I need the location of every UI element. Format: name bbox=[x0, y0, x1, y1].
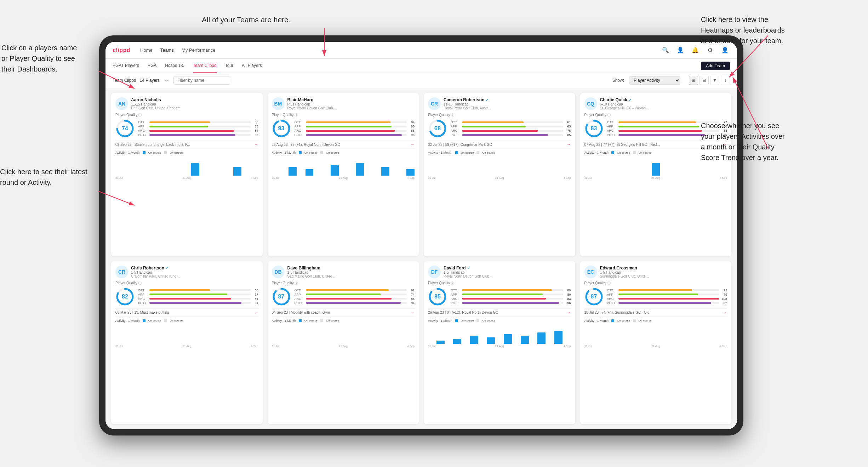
tab-tour[interactable]: Tour bbox=[225, 59, 233, 73]
quality-circle[interactable]: 68 bbox=[428, 119, 447, 138]
quality-number[interactable]: 85 bbox=[434, 294, 441, 300]
nav-items: Home Teams My Performance bbox=[140, 47, 651, 53]
quality-section[interactable]: 85 OTT 89 APP 80 ARG 83 bbox=[428, 287, 571, 306]
chart-bar bbox=[348, 175, 356, 176]
grid-view-button[interactable]: ⊞ bbox=[689, 76, 698, 85]
date-end: 4 Sep bbox=[407, 176, 415, 180]
stat-row: APP 58 bbox=[138, 125, 258, 128]
date-mid: 21 Aug bbox=[183, 344, 192, 348]
nav-home[interactable]: Home bbox=[140, 47, 153, 53]
player-location: Royal Perth Golf Club, Australia bbox=[444, 106, 493, 110]
stat-value: 85 bbox=[565, 133, 571, 137]
quality-number[interactable]: 93 bbox=[278, 125, 285, 132]
chart-bar bbox=[563, 175, 571, 176]
round-arrow[interactable]: → bbox=[410, 310, 415, 315]
quality-section[interactable]: 68 OTT 61 APP 63 ARG 75 bbox=[428, 119, 571, 138]
quality-section[interactable]: 93 OTT 84 APP 85 ARG 88 bbox=[272, 119, 415, 138]
stat-value: 92 bbox=[721, 301, 727, 305]
add-team-button[interactable]: Add Team bbox=[701, 62, 730, 70]
stat-bar-bg bbox=[618, 294, 720, 295]
settings-icon[interactable]: ⚙ bbox=[705, 45, 715, 55]
profile-icon[interactable]: 👤 bbox=[675, 45, 685, 55]
player-name[interactable]: Aaron Nicholls bbox=[131, 97, 258, 102]
player-card-2: CR Cameron Robertson ✓ 11-15 Handicap Ro… bbox=[424, 93, 575, 256]
filter-button[interactable]: ▼ bbox=[710, 76, 719, 85]
search-input[interactable] bbox=[173, 76, 230, 85]
latest-round[interactable]: 04 Sep 23 | Mobility with coach, Gym → bbox=[272, 308, 415, 317]
nav-teams[interactable]: Teams bbox=[160, 47, 174, 53]
stat-bar bbox=[306, 130, 395, 132]
round-arrow[interactable]: → bbox=[254, 142, 258, 147]
bar-on bbox=[470, 336, 478, 344]
stat-row: PUTT 85 bbox=[451, 133, 571, 137]
legend-on-label: On course bbox=[304, 319, 318, 322]
tab-all-players[interactable]: All Players bbox=[242, 59, 262, 73]
quality-section[interactable]: 82 OTT 60 APP 77 ARG 81 bbox=[115, 287, 258, 306]
player-name[interactable]: Dave Billingham bbox=[287, 266, 415, 270]
quality-circle[interactable]: 93 bbox=[272, 119, 291, 138]
quality-circle[interactable]: 74 bbox=[115, 119, 135, 138]
sub-nav: PGAT Players PGA Hcaps 1-5 Team Clippd T… bbox=[105, 59, 737, 73]
latest-round[interactable]: 26 Aug 23 | 73 (+1), Royal North Devon G… bbox=[272, 140, 415, 149]
quality-number[interactable]: 68 bbox=[434, 125, 441, 132]
quality-circle[interactable]: 83 bbox=[584, 119, 604, 138]
player-avatar: CQ bbox=[584, 97, 597, 110]
player-name[interactable]: David Ford ✓ bbox=[444, 266, 571, 270]
edit-icon[interactable]: ✏ bbox=[165, 78, 169, 83]
chart-bar bbox=[635, 343, 643, 344]
player-name[interactable]: Edward Crossman bbox=[600, 266, 727, 270]
avatar-icon[interactable]: 👤 bbox=[720, 45, 730, 55]
nav-my-performance[interactable]: My Performance bbox=[182, 47, 215, 53]
list-view-button[interactable]: ⊟ bbox=[699, 76, 709, 85]
tab-hcaps[interactable]: Hcaps 1-5 bbox=[165, 59, 184, 73]
latest-round[interactable]: 02 Jul 23 | 59 (+17), Craigmillar Park G… bbox=[428, 140, 571, 149]
tab-team-clippd[interactable]: Team Clippd bbox=[193, 59, 217, 73]
chart-bar bbox=[462, 343, 470, 344]
latest-round[interactable]: 03 Mar 23 | 19, Must make putting → bbox=[115, 308, 258, 317]
player-name[interactable]: Chris Robertson ✓ bbox=[131, 266, 258, 270]
quality-circle[interactable]: 82 bbox=[115, 287, 135, 306]
stat-bar bbox=[306, 134, 402, 136]
round-arrow[interactable]: → bbox=[567, 310, 571, 315]
quality-circle[interactable]: 87 bbox=[272, 287, 291, 306]
round-arrow[interactable]: → bbox=[254, 310, 258, 315]
player-name[interactable]: Cameron Robertson ✓ bbox=[444, 97, 571, 102]
legend-off-course bbox=[164, 319, 167, 322]
notification-icon[interactable]: 🔔 bbox=[690, 45, 700, 55]
quality-section[interactable]: 87 OTT 73 APP 79 ARG 103 bbox=[584, 287, 727, 306]
stat-value: 80 bbox=[565, 293, 571, 296]
sort-button[interactable]: ↕ bbox=[721, 76, 730, 85]
date-start: 31 Jul bbox=[428, 176, 435, 180]
app-logo[interactable]: clippd bbox=[113, 47, 130, 53]
round-arrow[interactable]: → bbox=[567, 142, 571, 147]
quality-number[interactable]: 74 bbox=[122, 125, 128, 132]
stat-bar-bg bbox=[149, 302, 251, 304]
quality-section[interactable]: 87 OTT 82 APP 74 ARG 85 bbox=[272, 287, 415, 306]
tab-pga[interactable]: PGA bbox=[148, 59, 156, 73]
quality-number[interactable]: 87 bbox=[591, 294, 597, 300]
player-avatar: AN bbox=[115, 97, 128, 110]
latest-round[interactable]: 02 Sep 23 | Sunset round to get back int… bbox=[115, 140, 258, 149]
quality-number[interactable]: 87 bbox=[278, 294, 285, 300]
chart-bar bbox=[445, 343, 453, 344]
player-name[interactable]: Blair McHarg bbox=[287, 97, 415, 102]
stat-bar-bg bbox=[618, 298, 720, 300]
round-arrow[interactable]: → bbox=[723, 310, 727, 315]
search-icon[interactable]: 🔍 bbox=[661, 45, 670, 55]
chart-bar bbox=[685, 343, 693, 344]
player-name[interactable]: Charlie Quick ✓ bbox=[600, 97, 727, 102]
quality-circle[interactable]: 87 bbox=[584, 287, 604, 306]
quality-number[interactable]: 83 bbox=[591, 125, 597, 132]
stat-row: PUTT 85 bbox=[138, 133, 258, 137]
latest-round[interactable]: 18 Jul 23 | 74 (+4), Sunningdale GC - Ol… bbox=[584, 308, 727, 317]
quality-circle[interactable]: 85 bbox=[428, 287, 447, 306]
tab-pgat[interactable]: PGAT Players bbox=[113, 59, 139, 73]
legend-on-course bbox=[611, 151, 614, 154]
quality-section[interactable]: 74 OTT 60 APP 58 ARG 84 bbox=[115, 119, 258, 138]
bar-on bbox=[305, 169, 314, 176]
show-select[interactable]: Player Activity Quality Score Trend bbox=[629, 76, 680, 85]
quality-number[interactable]: 82 bbox=[122, 294, 128, 300]
latest-round[interactable]: 26 Aug 23 | 84 (+12), Royal North Devon … bbox=[428, 308, 571, 317]
round-arrow[interactable]: → bbox=[410, 142, 415, 147]
date-end: 4 Sep bbox=[564, 344, 571, 348]
